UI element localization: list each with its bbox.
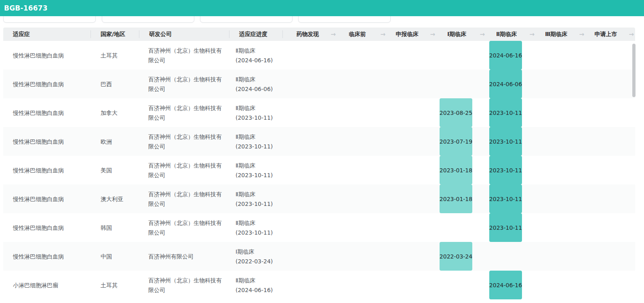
table-row: 慢性淋巴细胞白血病加拿大百济神州（北京）生物科技有限公司Ⅱ期临床(2023-10… [3,98,635,127]
stage-cell [581,156,631,184]
stage-cell [482,242,531,271]
progress-stage-text: Ⅱ期临床 [236,275,280,285]
stage-cell [333,242,382,271]
column-header-label: 适应症进度 [239,31,267,38]
stage-cell [382,213,432,242]
progress-cell: Ⅱ期临床(2024-06-16) [229,41,283,70]
stage-cell: 2024-06-06 [482,70,531,98]
stage-progress-segment-dated: 2023-08-25 [440,98,472,127]
company-cell-text: 百济神州（北京）生物科技有限公司 [148,46,222,65]
column-header-3: 适应症进度 [229,28,283,41]
stage-header-6: 申请上市→ [581,28,631,41]
region-cell-text: 欧洲 [101,137,135,146]
stage-cell [531,127,581,156]
company-cell-text: 百济神州（北京）生物科技有限公司 [148,189,222,209]
table-header-row: 适应症国家/地区研发公司适应症进度药物发现→临床前→申报临床→Ⅰ期临床→Ⅱ期临床… [3,28,635,41]
stage-cell [283,127,333,156]
stage-header-label: Ⅲ期临床 [545,31,567,38]
region-cell: 土耳其 [91,271,139,299]
stage-cell [283,41,333,70]
vertical-scrollbar[interactable] [632,44,636,97]
stage-cell-cutoff [631,127,635,156]
stage-arrow-icon: → [430,31,435,37]
stage-cell [581,70,631,98]
stage-cell [333,213,382,242]
stage-cell: 2023-08-25 [432,98,482,127]
stage-cell-cutoff [631,98,635,127]
stage-cell [531,70,581,98]
stage-progress-segment-dated: 2023-10-11 [489,213,522,242]
indication-cell-text: 慢性淋巴细胞白血病 [13,165,87,175]
stage-header-5: Ⅲ期临床→ [531,28,581,41]
progress-date-text: (2024-06-16) [236,55,280,65]
pipeline-table: 适应症国家/地区研发公司适应症进度药物发现→临床前→申报临床→Ⅰ期临床→Ⅱ期临床… [3,28,635,299]
company-cell: 百济神州（北京）生物科技有限公司 [139,127,229,156]
indication-cell: 小淋巴细胞淋巴瘤 [3,271,91,299]
stage-cell [581,184,631,213]
stage-cell: 2023-10-11 [482,184,531,213]
progress-date-text: (2023-10-11) [236,142,280,151]
stage-cell [581,41,631,70]
stage-cell: 2023-07-19 [432,127,482,156]
column-header-label: 国家/地区 [101,31,125,38]
progress-stage-text: Ⅱ期临床 [236,46,280,55]
stage-cell [581,98,631,127]
company-cell: 百济神州有限公司 [139,242,229,271]
progress-date-text: (2023-10-11) [236,228,280,237]
indication-cell-text: 慢性淋巴细胞白血病 [13,194,87,204]
stage-header-label: Ⅰ期临床 [447,31,466,38]
progress-cell: Ⅱ期临床(2023-10-11) [229,156,283,184]
stage-arrow-icon: → [629,31,634,37]
stage-cell [581,213,631,242]
stage-header-0: 药物发现→ [283,28,333,41]
indication-cell: 慢性淋巴细胞白血病 [3,213,91,242]
stage-cell [581,127,631,156]
column-header-2: 研发公司 [139,28,229,41]
stage-header-label: 申请上市 [595,31,617,38]
stage-arrow-icon: → [480,31,485,37]
stage-header-1: 临床前→ [333,28,382,41]
progress-stage-text: Ⅱ期临床 [236,74,280,84]
stage-cell: 2023-10-11 [482,213,531,242]
stage-cell [432,41,482,70]
progress-cell: Ⅱ期临床(2024-06-06) [229,70,283,98]
stage-progress-segment-dated: 2023-01-18 [440,184,472,213]
stage-cell [382,184,432,213]
table-row: 慢性淋巴细胞白血病韩国百济神州（北京）生物科技有限公司Ⅱ期临床(2023-10-… [3,213,635,242]
stage-header-label: Ⅱ期临床 [496,31,517,38]
stage-cell [333,70,382,98]
indication-cell-text: 小淋巴细胞淋巴瘤 [13,280,87,290]
progress-stage-text: Ⅱ期临床 [236,189,280,199]
progress-date-text: (2022-03-24) [236,256,280,266]
region-cell: 澳大利亚 [91,184,139,213]
region-cell: 加拿大 [91,98,139,127]
stage-cell-cutoff [631,184,635,213]
region-cell: 土耳其 [91,41,139,70]
company-cell: 百济神州（北京）生物科技有限公司 [139,41,229,70]
stage-header-label: 临床前 [349,31,366,38]
indication-cell: 慢性淋巴细胞白血病 [3,98,91,127]
stage-cell: 2024-06-16 [482,271,531,299]
stage-cell: 2022-03-24 [432,242,482,271]
stage-header-3: Ⅰ期临床→ [432,28,482,41]
stage-progress-segment-dated: 2023-07-19 [440,127,472,156]
indication-cell: 慢性淋巴细胞白血病 [3,70,91,98]
stage-cell [382,70,432,98]
stage-header-label: 申报临床 [396,31,419,38]
stage-arrow-icon: → [529,31,535,37]
region-cell-text: 韩国 [101,223,135,233]
stage-cell [531,242,581,271]
column-header-label: 适应症 [13,31,30,38]
stage-cell [333,127,382,156]
stage-header-label: 药物发现 [297,31,319,38]
company-cell: 百济神州（北京）生物科技有限公司 [139,98,229,127]
stage-progress-segment-dated: 2023-10-11 [489,127,522,156]
indication-cell-text: 慢性淋巴细胞白血病 [13,79,87,89]
progress-date-text: (2023-10-11) [236,170,280,180]
stage-arrow-icon: → [380,31,385,37]
progress-stage-text: Ⅱ期临床 [236,218,280,228]
stage-cell [531,156,581,184]
stage-arrow-icon: → [330,31,336,37]
region-cell-text: 土耳其 [101,51,135,60]
column-header-0: 适应症 [3,28,91,41]
